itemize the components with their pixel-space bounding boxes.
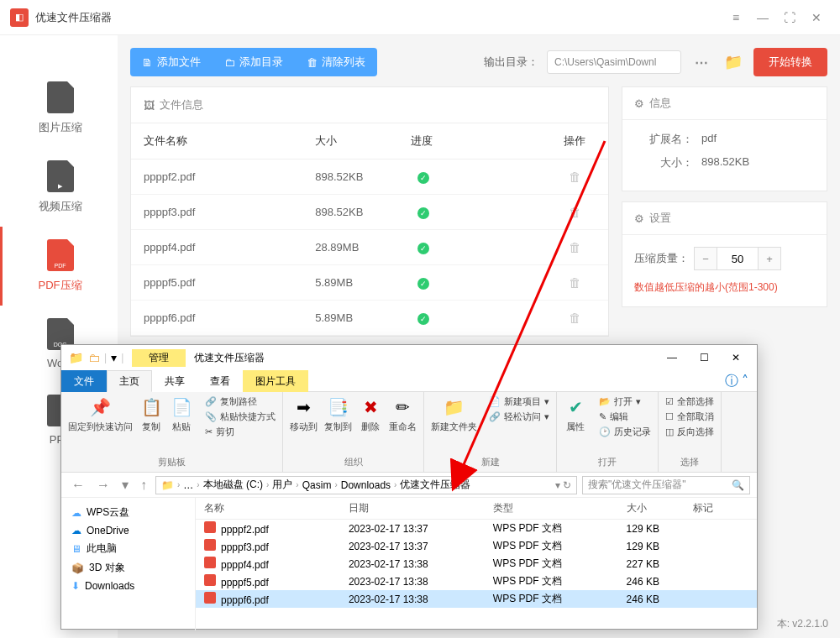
explorer-side-item[interactable]: ☁OneDrive (61, 522, 195, 539)
new-folder-button[interactable]: 📁新建文件夹 (431, 395, 477, 433)
menu-icon[interactable]: ≡ (722, 4, 749, 31)
sidebar-item-video[interactable]: ▶视频压缩 (0, 148, 118, 227)
explorer-file-row[interactable]: ppppf6.pdf 2023-02-17 13:38 WPS PDF 文档 2… (196, 590, 757, 608)
search-input[interactable]: 搜索"优速文件压缩器"🔍 (582, 476, 750, 494)
delete-row-icon[interactable]: 🗑 (569, 205, 581, 219)
sidebar-item-image[interactable]: 图片压缩 (0, 69, 118, 148)
rename-icon: ✏ (391, 395, 415, 419)
convert-button[interactable]: 开始转换 (753, 48, 827, 76)
maximize-icon[interactable]: ⛶ (776, 4, 803, 31)
explorer-side-item[interactable]: 🖥此电脑 (61, 539, 195, 558)
explorer-file-row[interactable]: ppppf3.pdf 2023-02-17 13:37 WPS PDF 文档 1… (196, 537, 757, 555)
explorer-side-item[interactable]: 📦3D 对象 (61, 558, 195, 578)
delete-row-icon[interactable]: 🗑 (569, 275, 581, 290)
tab-view[interactable]: 查看 (197, 370, 243, 392)
tab-tool[interactable]: 图片工具 (243, 370, 308, 392)
tab-file[interactable]: 文件 (61, 370, 107, 392)
add-file-button[interactable]: 🗎添加文件 (130, 48, 213, 76)
properties-button[interactable]: ✔属性 (564, 395, 587, 438)
clear-list-button[interactable]: 🗑清除列表 (295, 48, 377, 76)
folder-plus-icon: 🗀 (224, 56, 235, 69)
select-all-button[interactable]: ☑全部选择 (665, 395, 714, 408)
nav-down-icon[interactable]: ▾ (118, 477, 132, 493)
trash-icon: 🗑 (307, 56, 318, 69)
path-input[interactable]: 📁 ›… ›本地磁盘 (C:) ›用户 ›Qasim ›Downloads ›优… (155, 476, 577, 494)
fcol-date[interactable]: 日期 (349, 501, 493, 515)
explorer-side-item[interactable]: ☁WPS云盘 (61, 503, 195, 522)
table-row[interactable]: ppppf2.pdf 898.52KB ✓ 🗑 (131, 160, 608, 195)
size-label: 大小： (634, 155, 693, 170)
check-icon: ✓ (417, 313, 429, 325)
app-title: 优速文件压缩器 (35, 10, 112, 25)
quality-label: 压缩质量： (634, 251, 689, 266)
manage-tab[interactable]: 管理 (132, 349, 186, 367)
cut-button[interactable]: ✂剪切 (205, 426, 234, 438)
table-row[interactable]: ppppf5.pdf 5.89MB ✓ 🗑 (131, 265, 608, 301)
help-icon[interactable]: ⓘ ˄ (717, 370, 757, 392)
file-plus-icon: 🗎 (142, 56, 153, 69)
table-row[interactable]: ppppf3.pdf 898.52KB ✓ 🗑 (131, 195, 608, 230)
explorer-close-icon[interactable]: ✕ (720, 352, 752, 363)
fcol-tag[interactable]: 标记 (693, 501, 748, 515)
ext-value: pdf (701, 132, 717, 147)
col-name: 文件名称 (144, 133, 315, 149)
output-label: 输出目录： (484, 55, 538, 70)
move-icon: ➡ (292, 395, 316, 419)
delete-row-icon[interactable]: 🗑 (569, 170, 581, 184)
copy-path-button[interactable]: 🔗复制路径 (205, 395, 257, 408)
col-size: 大小 (315, 133, 410, 149)
copyto-button[interactable]: 📑复制到 (324, 395, 352, 433)
copy-button[interactable]: 📋复制 (139, 395, 163, 438)
pin-button[interactable]: 📌固定到快速访问 (68, 395, 133, 438)
nav-up-icon[interactable]: ↑ (137, 478, 150, 493)
explorer-minimize-icon[interactable]: — (656, 352, 688, 363)
edit-button[interactable]: ✎编辑 (599, 411, 628, 423)
explorer-file-row[interactable]: ppppf4.pdf 2023-02-17 13:38 WPS PDF 文档 2… (196, 555, 757, 573)
nav-fwd-icon[interactable]: → (93, 478, 113, 493)
move-button[interactable]: ➡移动到 (290, 395, 318, 433)
fcol-type[interactable]: 类型 (493, 501, 627, 515)
delete-button[interactable]: ✖删除 (359, 395, 382, 433)
quality-stepper[interactable]: − + (694, 247, 781, 270)
side-icon: 🖥 (71, 543, 81, 555)
explorer-file-row[interactable]: ppppf2.pdf 2023-02-17 13:37 WPS PDF 文档 1… (196, 520, 757, 537)
file-name: ppppf6.pdf (144, 311, 315, 324)
table-row[interactable]: ppppf4.pdf 28.89MB ✓ 🗑 (131, 230, 608, 265)
minimize-icon[interactable]: — (749, 4, 776, 31)
paste-button[interactable]: 📄粘贴 (170, 395, 193, 438)
file-size: 5.89MB (315, 276, 410, 289)
open-folder-icon[interactable]: 📁 (722, 50, 745, 74)
delete-row-icon[interactable]: 🗑 (569, 240, 581, 254)
explorer-maximize-icon[interactable]: ☐ (688, 352, 720, 363)
table-row[interactable]: ppppf6.pdf 5.89MB ✓ 🗑 (131, 301, 608, 336)
explorer-file-row[interactable]: ppppf5.pdf 2023-02-17 13:38 WPS PDF 文档 2… (196, 573, 757, 590)
history-button[interactable]: 🕑历史记录 (599, 426, 651, 438)
gear-icon: ⚙ (634, 212, 644, 225)
nav-back-icon[interactable]: ← (68, 478, 88, 493)
new-item-button[interactable]: 📄新建项目▾ (489, 395, 549, 408)
close-icon[interactable]: ✕ (803, 4, 830, 31)
side-icon: ☁ (71, 525, 81, 536)
delete-row-icon[interactable]: 🗑 (569, 311, 581, 325)
tab-home[interactable]: 主页 (107, 370, 152, 392)
add-dir-button[interactable]: 🗀添加目录 (213, 48, 295, 76)
explorer-side-item[interactable]: ⬇Downloads (61, 578, 195, 594)
open-button[interactable]: 📂打开▾ (599, 395, 641, 408)
rename-button[interactable]: ✏重命名 (389, 395, 417, 433)
quality-input[interactable] (717, 247, 758, 270)
plus-button[interactable]: + (758, 247, 781, 270)
chevron-down-icon[interactable]: ▾ (111, 351, 117, 364)
fcol-name[interactable]: 名称 (204, 501, 349, 515)
explorer-file-list: 名称 日期 类型 大小 标记 ppppf2.pdf 2023-02-17 13:… (196, 498, 757, 630)
tab-share[interactable]: 共享 (152, 370, 197, 392)
minus-button[interactable]: − (694, 247, 717, 270)
select-invert-button[interactable]: ◫反向选择 (665, 426, 714, 438)
output-path-input[interactable] (547, 50, 681, 74)
browse-icon[interactable]: ⋯ (690, 55, 713, 71)
sidebar-item-pdf[interactable]: PDFPDF压缩 (0, 227, 118, 306)
easy-access-button[interactable]: 🔗轻松访问▾ (489, 411, 549, 423)
paste-shortcut-button[interactable]: 📎粘贴快捷方式 (205, 411, 276, 423)
select-none-button[interactable]: ☐全部取消 (665, 411, 714, 423)
fcol-size[interactable]: 大小 (627, 501, 693, 515)
folder-icon: 📁 (161, 479, 174, 491)
